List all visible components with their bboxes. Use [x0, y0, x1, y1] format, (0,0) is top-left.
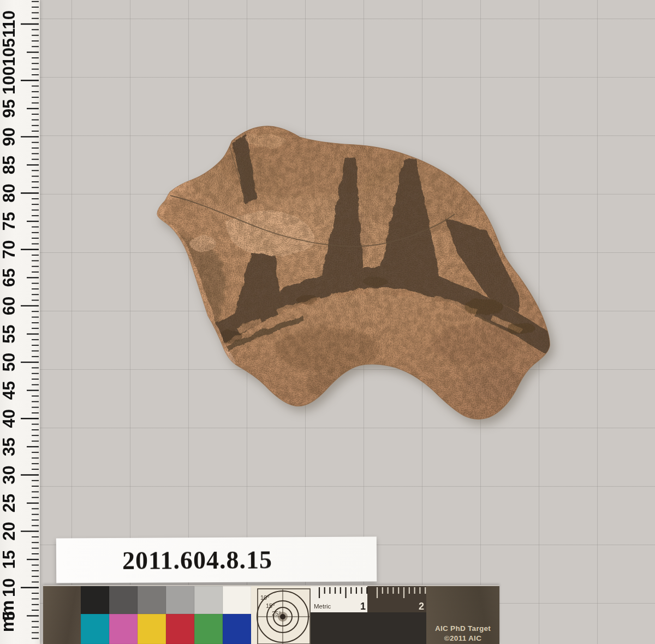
color-patch	[166, 614, 194, 644]
color-target: 10° 15° 25° Metric 1 2 AIC PhD Target ©2…	[43, 585, 499, 644]
mm-ruler: 5101520253035404550556065707580859095100…	[0, 0, 40, 644]
blotch-texture	[157, 126, 550, 419]
metric-ruler-scale: Metric 1 2	[311, 586, 426, 612]
ruler-label: 50	[0, 353, 19, 371]
grayscale-patch	[194, 586, 223, 614]
color-patch	[109, 614, 138, 644]
ruler-label: 55	[0, 324, 19, 343]
grayscale-patch	[166, 586, 194, 614]
target-dark-slab	[311, 612, 426, 644]
ruler-label: 80	[0, 184, 19, 202]
grayscale-patch	[223, 586, 251, 614]
ruler-label: 30	[0, 465, 19, 484]
ruler-label: 40	[0, 409, 19, 428]
ruler-label: 15	[0, 550, 19, 569]
scale-number-1: 1	[360, 601, 366, 612]
ruler-label: 25	[0, 494, 19, 512]
metric-label: Metric	[314, 603, 331, 610]
ruler-label: 105	[0, 38, 19, 67]
ruler-label: 100	[0, 66, 19, 94]
ruler-label: 70	[0, 240, 19, 258]
ruler-label: 85	[0, 156, 19, 174]
metric-ruler: Metric 1 2	[311, 586, 426, 644]
target-copyright: ©2011 AIC	[444, 634, 481, 643]
accession-label: 2011.604.8.15	[56, 536, 377, 583]
grayscale-patch	[81, 586, 109, 614]
ruler-label: 95	[0, 99, 19, 118]
ruler-label: 65	[0, 268, 19, 287]
color-row	[81, 614, 251, 644]
bullseye-panel: 10° 15° 25°	[251, 586, 311, 644]
ruler-label: 75	[0, 212, 19, 231]
bullseye: 10° 15° 25°	[251, 586, 311, 644]
ruler-label: 35	[0, 438, 19, 456]
target-title: AIC PhD Target	[435, 624, 491, 634]
ruler-label: 10	[0, 578, 19, 597]
grayscale-row	[81, 586, 251, 614]
degree-label: 15°	[266, 602, 275, 609]
color-patch	[138, 614, 166, 644]
target-right-block: AIC PhD Target ©2011 AIC	[426, 586, 499, 644]
ruler-label: 20	[0, 522, 19, 540]
color-patch	[223, 614, 251, 644]
target-patches	[81, 586, 251, 644]
grayscale-patch	[109, 586, 138, 614]
photo-stage: 5101520253035404550556065707580859095100…	[0, 0, 655, 644]
ruler-label: 45	[0, 381, 19, 399]
target-left-block	[43, 586, 81, 644]
scale-number-2: 2	[419, 601, 424, 612]
ruler-label: 90	[0, 127, 19, 146]
grayscale-patch	[138, 586, 166, 614]
ruler-label: 110	[0, 10, 19, 38]
degree-label: 10°	[260, 594, 270, 601]
color-patch	[81, 614, 109, 644]
ruler-unit-label: mm	[0, 600, 17, 633]
accession-number: 2011.604.8.15	[122, 545, 272, 575]
ruler-label: 60	[0, 297, 19, 315]
degree-label: 25°	[272, 610, 281, 617]
color-patch	[194, 614, 223, 644]
